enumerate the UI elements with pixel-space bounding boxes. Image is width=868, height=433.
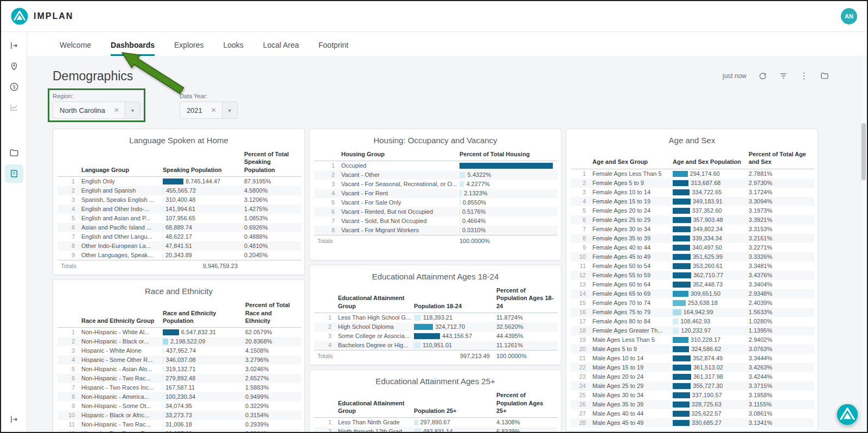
location-pin-icon[interactable]: [5, 57, 23, 75]
chevron-down-icon[interactable]: ▾: [125, 102, 140, 118]
column-header[interactable]: Speaking Population: [159, 149, 241, 176]
table-row[interactable]: 8Vacant - For Migrant Workers0.0310%: [314, 226, 558, 235]
column-header[interactable]: Population 25+: [411, 390, 493, 417]
tab-explores[interactable]: Explores: [174, 41, 203, 56]
table-row[interactable]: 2High School Diploma324,712.7032.5620%: [314, 322, 558, 332]
logout-icon[interactable]: [5, 410, 23, 429]
column-header[interactable]: Educational Attainment Group: [335, 390, 411, 417]
table-row[interactable]: 7Vacant - Sold, But Not Occupied0.4664%: [314, 217, 558, 226]
table-row[interactable]: 14Female Ages 65 to 69309,651.502.9348%: [571, 289, 814, 298]
table-row[interactable]: 1English Only8,745,144.4787.9195%: [58, 176, 301, 186]
table-row[interactable]: 16Female Ages 75 to 79164,942.991.5633%: [571, 308, 814, 317]
journal-icon[interactable]: [5, 164, 23, 183]
table-row[interactable]: 3Some College or Associa...443,156.5744.…: [314, 332, 558, 341]
table-row[interactable]: 2Ninth through 12th Grad...492,831.146.8…: [314, 427, 558, 433]
dollar-circle-icon[interactable]: $: [5, 78, 23, 96]
table-row[interactable]: 2Non-Hispanic - Black or...2,198,522.092…: [58, 337, 301, 346]
column-header[interactable]: Age and Sex Population: [669, 149, 745, 169]
column-header[interactable]: Percent of Population Ages 25+: [493, 390, 558, 417]
table-row[interactable]: 9Female Ages 40 to 44340,497.503.2271%: [571, 243, 814, 252]
table-row[interactable]: 19Male Ages Less Than 5310,228.172.9402%: [571, 335, 814, 345]
table-row[interactable]: 9Non-Hispanic - Some Ot...34,074.950.322…: [58, 402, 301, 411]
table-row[interactable]: 8Other Indo-European La...47,841.510.481…: [58, 241, 301, 251]
column-header[interactable]: Percent of Total Speaking Population: [241, 149, 301, 176]
clear-icon[interactable]: ✕: [206, 106, 222, 114]
table-row[interactable]: 6Non-Hispanic - Two Rac...279,892.482.65…: [58, 374, 301, 383]
table-row[interactable]: 4Bachelors Degree or Hig...110,951.0111.…: [314, 341, 558, 351]
column-header[interactable]: Race and Ethnicity Group: [78, 300, 159, 327]
table-row[interactable]: 2English and Spanish455,565.724.5800%: [58, 186, 301, 195]
table-row[interactable]: 2Female Ages 5 to 9313,687.682.9730%: [571, 179, 814, 188]
brand[interactable]: IMPLAN: [11, 8, 73, 25]
tab-local-area[interactable]: Local Area: [263, 41, 299, 56]
table-row[interactable]: 6Vacant - Rented, But not Occupied0.5176…: [314, 207, 558, 217]
column-header[interactable]: Percent of Total Housing: [456, 149, 558, 161]
table-row[interactable]: 4English and Other Indo-...141,994.611.4…: [58, 205, 301, 214]
column-header[interactable]: Percent of Population Ages 18-24: [493, 285, 558, 313]
chevron-down-icon[interactable]: ▾: [222, 102, 237, 118]
data-year-filter-chip[interactable]: 2021 ✕ ▾: [180, 101, 238, 119]
more-vert-icon[interactable]: ⋮: [800, 72, 808, 80]
vertical-scrollbar[interactable]: [860, 55, 866, 431]
table-row[interactable]: 17Female Ages 80 to 84108,462.931.0280%: [571, 317, 814, 326]
column-header[interactable]: Percent of Total Age and Sex: [745, 149, 814, 169]
table-row[interactable]: 8Non-Hispanic - America...100,230.340.94…: [58, 392, 301, 402]
table-row[interactable]: 7Hispanic - Two Races Inc...167,587.111.…: [58, 383, 301, 392]
table-row[interactable]: 4Vacant - For Rent2.1323%: [314, 189, 558, 198]
tab-looks[interactable]: Looks: [223, 41, 243, 56]
filter-icon[interactable]: [779, 72, 788, 80]
table-row[interactable]: 11Female Ages 50 to 54353,260.613.3481%: [571, 262, 814, 271]
table-row[interactable]: 12Hispanic - Two Races Ex...30,637.390.2…: [58, 429, 301, 433]
table-row[interactable]: 27Male Ages 40 to 44325,622.573.0861%: [571, 409, 814, 418]
implan-logo-icon[interactable]: [837, 404, 858, 425]
table-row[interactable]: 7English and Other Langu...48,622.170.48…: [58, 232, 301, 241]
column-header[interactable]: Population 18-24: [411, 285, 493, 313]
table-row[interactable]: 3Hispanic - White Alone437,952.744.1508%: [58, 346, 301, 355]
column-header[interactable]: Educational Attainment Group: [335, 285, 411, 313]
avatar[interactable]: AN: [841, 8, 857, 24]
panel-expand-icon[interactable]: [5, 36, 23, 55]
table-row[interactable]: 3Spanish, Speaks English ...310,400.483.…: [58, 195, 301, 205]
table-row[interactable]: 8Female Ages 35 to 39339,334.343.2161%: [571, 234, 814, 243]
table-row[interactable]: 6Female Ages 25 to 29357,903.483.3921%: [571, 215, 814, 225]
table-row[interactable]: 1Occupied86.3378%: [314, 161, 558, 171]
table-row[interactable]: 6Asian and Pacific Island ...68,889.740.…: [58, 223, 301, 232]
table-row[interactable]: 2Vacant - Other5.4322%: [314, 170, 558, 180]
column-header[interactable]: Percent of Total Race and Ethnicity: [242, 300, 301, 327]
table-row[interactable]: 20Male Ages 5 to 9324,586.623.0763%: [571, 345, 814, 354]
tab-dashboards[interactable]: Dashboards: [111, 41, 155, 56]
table-row[interactable]: 5Vacant - For Sale Only0.8550%: [314, 198, 558, 207]
table-row[interactable]: 22Male Ages 15 to 19361,513.023.4263%: [571, 363, 814, 372]
table-row[interactable]: 1Less Than High School G...118,393.2111.…: [314, 313, 558, 322]
table-row[interactable]: 9Other Languages, Speak...20,343.890.204…: [58, 251, 301, 260]
table-row[interactable]: 3Vacant - For Seasonal, Recreational, or…: [314, 180, 558, 189]
table-row[interactable]: 28Male Ages 45 to 49330,685.273.1341%: [571, 418, 814, 428]
table-row[interactable]: 5Non-Hispanic - Asian Alo...319,132.713.…: [58, 365, 301, 374]
table-row[interactable]: 4Female Ages 15 to 19349,183.913.3094%: [571, 197, 814, 206]
table-row[interactable]: 23Male Ages 20 to 24361,317.983.4244%: [571, 372, 814, 381]
refresh-icon[interactable]: [758, 72, 767, 80]
clear-icon[interactable]: ✕: [108, 106, 125, 114]
table-row[interactable]: 10Female Ages 45 to 49351,625.993.3326%: [571, 252, 814, 262]
table-row[interactable]: 21Male Ages 10 to 14352,874.493.3444%: [571, 354, 814, 363]
table-row[interactable]: 5English and Asian and P...107,956.651.0…: [58, 214, 301, 223]
tab-welcome[interactable]: Welcome: [60, 41, 91, 56]
table-row[interactable]: 1Non-Hispanic - White Al...6,547,832.316…: [58, 328, 301, 338]
column-header[interactable]: Language Group: [78, 149, 159, 176]
table-row[interactable]: 11Non-Hispanic - Two Rac...31,006.180.29…: [58, 420, 301, 429]
table-row[interactable]: 5Female Ages 20 to 24337,352.603.1973%: [571, 206, 814, 215]
table-row[interactable]: 3Female Ages 10 to 14334,722.653.1724%: [571, 188, 814, 197]
region-filter-chip[interactable]: North Carolina ✕ ▾: [53, 101, 141, 119]
table-row[interactable]: 26Male Ages 35 to 39328,725.633.1155%: [571, 400, 814, 409]
table-row[interactable]: 7Female Ages 30 to 34349,802.343.3153%: [571, 225, 814, 234]
folder-icon[interactable]: [5, 144, 23, 162]
scrollbar-thumb[interactable]: [861, 123, 866, 180]
table-row[interactable]: 24Male Ages 25 to 29355,727.303.3715%: [571, 381, 814, 391]
folder-icon[interactable]: [820, 72, 829, 80]
table-row[interactable]: 25Male Ages 30 to 34337,190.573.1958%: [571, 391, 814, 400]
column-header[interactable]: Housing Group: [338, 149, 456, 161]
table-row[interactable]: 18Female Ages Greater Th...120,232.971.1…: [571, 326, 814, 335]
table-row[interactable]: 12Female Ages 55 to 59362,710.773.4376%: [571, 271, 814, 280]
table-row[interactable]: 1Less Than Ninth Grade297,890.674.1308%: [314, 418, 558, 428]
table-row[interactable]: 13Female Ages 60 to 64352,448.733.3404%: [571, 280, 814, 289]
